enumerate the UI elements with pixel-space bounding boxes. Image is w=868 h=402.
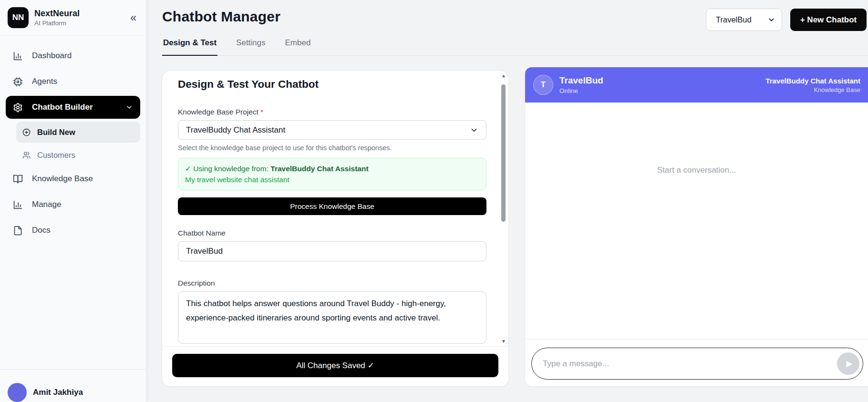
sidebar-item-label: Customers bbox=[37, 151, 75, 160]
sidebar-item-label: Agents bbox=[32, 77, 57, 86]
file-icon bbox=[13, 226, 23, 236]
scroll-down-icon[interactable]: ▼ bbox=[500, 339, 507, 344]
kb-status-description: My travel website chat assistant bbox=[185, 174, 479, 185]
sidebar-item-knowledge-base[interactable]: Knowledge Base bbox=[6, 167, 140, 190]
sidebar-header: NN NextNeural AI Platform « bbox=[0, 0, 146, 36]
tab-design-test[interactable]: Design & Test bbox=[162, 38, 217, 56]
new-chatbot-button[interactable]: + New Chatbot bbox=[790, 9, 867, 31]
chatbot-selector-value: TravelBud bbox=[716, 15, 752, 24]
bar-chart-icon bbox=[13, 51, 23, 61]
tab-bar: Design & Test Settings Embed bbox=[162, 38, 868, 56]
scrollbar-thumb[interactable] bbox=[501, 84, 506, 222]
sidebar: NN NextNeural AI Platform « Dashboard Ag… bbox=[0, 0, 146, 402]
status-badge: Online bbox=[559, 87, 603, 94]
bot-avatar: T bbox=[533, 75, 553, 95]
sidebar-item-label: Docs bbox=[32, 226, 51, 235]
scrollbar[interactable]: ▲ ▼ bbox=[500, 73, 507, 344]
cpu-icon bbox=[13, 77, 23, 87]
description-textarea[interactable]: This chatbot helps answer questions arou… bbox=[178, 291, 486, 344]
scroll-up-icon[interactable]: ▲ bbox=[500, 73, 507, 79]
chat-empty-state: Start a conversation... bbox=[525, 165, 868, 175]
kb-status-project: TravelBuddy Chat Assistant bbox=[270, 165, 368, 173]
sidebar-item-chatbot-builder[interactable]: Chatbot Builder bbox=[6, 96, 140, 119]
sidebar-item-label: Build New bbox=[37, 128, 75, 137]
brand-name: NextNeural bbox=[34, 9, 80, 19]
process-knowledge-base-button[interactable]: Process Knowledge Base bbox=[178, 197, 486, 215]
kb-project-help: Select the knowledge base project to use… bbox=[178, 144, 486, 152]
sidebar-nav: Dashboard Agents Chatbot Builder Build N… bbox=[0, 36, 146, 245]
chatbot-name-label: Chatbot Name bbox=[178, 229, 486, 237]
chevron-down-icon bbox=[470, 126, 478, 134]
users-icon bbox=[22, 151, 31, 159]
sidebar-item-label: Dashboard bbox=[32, 51, 72, 61]
main-content: Chatbot Manager TravelBud + New Chatbot … bbox=[146, 0, 868, 402]
brand-logo: NN bbox=[8, 7, 29, 28]
builder-form: Design & Test Your Chatbot Knowledge Bas… bbox=[162, 71, 508, 346]
chatbot-selector[interactable]: TravelBud bbox=[706, 9, 782, 31]
header-actions: TravelBud + New Chatbot bbox=[706, 9, 867, 31]
content-area: Design & Test Your Chatbot Knowledge Bas… bbox=[162, 56, 868, 386]
message-input[interactable] bbox=[543, 359, 837, 369]
tab-settings[interactable]: Settings bbox=[235, 38, 266, 56]
app-root: NN NextNeural AI Platform « Dashboard Ag… bbox=[0, 0, 868, 402]
chat-preview-card: T TravelBud Online TravelBuddy Chat Assi… bbox=[525, 67, 868, 386]
kb-status-line: ✓ Using knowledge from: TravelBuddy Chat… bbox=[185, 163, 479, 174]
chat-messages-area: Start a conversation... bbox=[525, 103, 868, 339]
sidebar-item-agents[interactable]: Agents bbox=[6, 70, 140, 93]
bar-chart-icon bbox=[13, 200, 23, 210]
send-icon: ▶ bbox=[846, 359, 852, 369]
sidebar-item-docs[interactable]: Docs bbox=[6, 219, 140, 242]
tab-embed[interactable]: Embed bbox=[284, 38, 312, 56]
builder-card: Design & Test Your Chatbot Knowledge Bas… bbox=[162, 71, 508, 386]
chatbot-name-input[interactable] bbox=[178, 241, 486, 261]
sidebar-collapse-button[interactable]: « bbox=[130, 12, 136, 23]
plus-circle-icon bbox=[22, 128, 31, 136]
sidebar-item-customers[interactable]: Customers bbox=[16, 144, 140, 165]
brand-subtitle: AI Platform bbox=[34, 20, 80, 27]
chat-kb-name: TravelBuddy Chat Assistant bbox=[765, 77, 860, 85]
gear-icon bbox=[13, 103, 23, 113]
brand-text: NextNeural AI Platform bbox=[34, 9, 80, 27]
page-header: Chatbot Manager TravelBud + New Chatbot bbox=[162, 0, 868, 31]
sidebar-item-label: Chatbot Builder bbox=[32, 103, 93, 112]
sidebar-user[interactable]: Amit Jakhiya bbox=[0, 369, 146, 402]
message-input-container: ▶ bbox=[531, 348, 863, 380]
chat-kb-tag: Knowledge Base bbox=[765, 86, 860, 93]
chevron-down-icon bbox=[125, 103, 133, 111]
bot-name: TravelBud bbox=[559, 75, 603, 86]
builder-footer: All Changes Saved ✓ bbox=[162, 346, 508, 386]
page-title: Chatbot Manager bbox=[162, 9, 280, 25]
sidebar-item-dashboard[interactable]: Dashboard bbox=[6, 44, 140, 67]
user-name: Amit Jakhiya bbox=[33, 388, 83, 397]
kb-project-select[interactable]: TravelBuddy Chat Assistant bbox=[178, 120, 486, 140]
chevron-down-icon bbox=[767, 16, 775, 24]
chat-header: T TravelBud Online TravelBuddy Chat Assi… bbox=[525, 67, 868, 103]
sidebar-item-build-new[interactable]: Build New bbox=[16, 122, 140, 143]
chat-kb-info: TravelBuddy Chat Assistant Knowledge Bas… bbox=[765, 77, 860, 93]
kb-status-banner: ✓ Using knowledge from: TravelBuddy Chat… bbox=[178, 158, 486, 190]
save-button[interactable]: All Changes Saved ✓ bbox=[172, 354, 498, 377]
send-button[interactable]: ▶ bbox=[837, 352, 859, 375]
required-mark: * bbox=[260, 108, 263, 116]
sidebar-item-label: Manage bbox=[32, 200, 61, 209]
builder-heading: Design & Test Your Chatbot bbox=[178, 78, 486, 91]
description-label: Description bbox=[178, 279, 486, 288]
book-open-icon bbox=[13, 174, 23, 184]
kb-project-select-value: TravelBuddy Chat Assistant bbox=[186, 125, 285, 135]
avatar bbox=[8, 383, 27, 402]
chat-input-bar: ▶ bbox=[525, 339, 868, 386]
brand-initials: NN bbox=[12, 13, 24, 22]
bot-identity: TravelBud Online bbox=[559, 75, 603, 94]
kb-project-label: Knowledge Base Project * bbox=[178, 108, 486, 116]
sidebar-item-label: Knowledge Base bbox=[32, 174, 93, 184]
sidebar-item-manage[interactable]: Manage bbox=[6, 193, 140, 216]
